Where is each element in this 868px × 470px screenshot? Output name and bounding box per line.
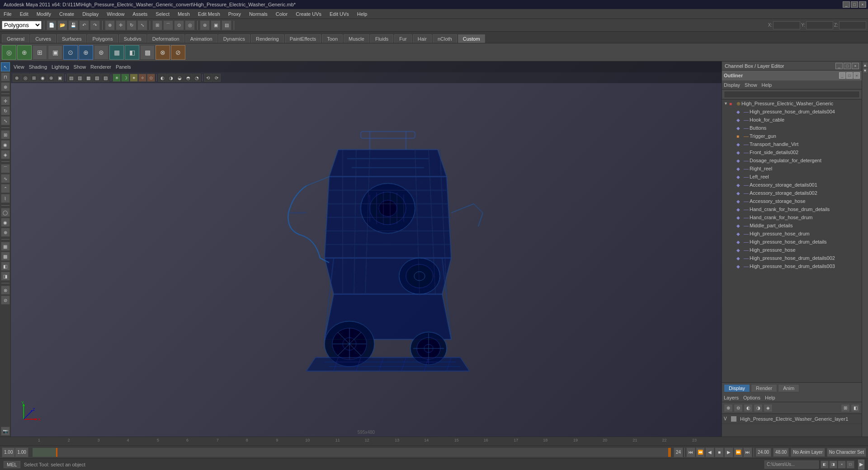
shelf-icon-2[interactable]: ⊕ [17, 45, 32, 60]
tree-item-5[interactable]: ◆ — Front_side_details002 [722, 148, 862, 156]
shelf-tab-surfaces[interactable]: Surfaces [57, 34, 86, 43]
tree-item-0[interactable]: ◆ — High_pressure_hose_drum_details004 [722, 108, 862, 116]
layer-tab-anim[interactable]: Anim [778, 384, 799, 392]
layer-tab-display[interactable]: Display [724, 384, 750, 392]
layer-tool-5[interactable]: ◈ [764, 404, 773, 412]
play-fwd-btn[interactable]: ▶ [724, 447, 733, 457]
shelf-tab-fur[interactable]: Fur [394, 34, 412, 43]
snap-view-btn[interactable]: ◎ [185, 20, 195, 30]
menu-create[interactable]: Create [57, 10, 76, 18]
move-tool[interactable]: ✛ [1, 96, 10, 105]
shelf-icon-10[interactable]: ▩ [140, 45, 155, 60]
vp-tb-5[interactable]: ⊛ [47, 74, 55, 82]
menu-window[interactable]: Window [105, 10, 126, 18]
menu-select[interactable]: Select [154, 10, 171, 18]
layer-menu-help[interactable]: Help [765, 395, 775, 400]
vp-tb-1[interactable]: ⊕ [13, 74, 21, 82]
end-time-box[interactable]: 48.00 [773, 448, 789, 457]
render-btn[interactable]: ▣ [211, 20, 221, 30]
skip-to-end-btn[interactable]: ⏭ [743, 447, 752, 457]
tree-item-19[interactable]: ◆ — High_pressure_hose_drum_details003 [722, 262, 862, 270]
shelf-tab-dynamics[interactable]: Dynamics [218, 34, 250, 43]
shelf-icon-11[interactable]: ⊗ [156, 45, 170, 60]
status-btn-2[interactable]: ◨ [829, 461, 837, 469]
vp-tb-16[interactable]: ◔ [193, 74, 201, 82]
anim-layer-box[interactable]: No Anim Layer [791, 448, 825, 457]
shelf-icon-5[interactable]: ⊙ [63, 45, 78, 60]
total-frames-box[interactable]: 24.00 [755, 448, 771, 457]
edge-btn-1[interactable]: ▲ [863, 62, 868, 68]
curve-tool-2[interactable]: ∿ [1, 174, 10, 183]
menu-create-uvs[interactable]: Create UVs [294, 10, 323, 18]
sculpt-tool-3[interactable]: ⊕ [1, 228, 10, 237]
layer-row-0[interactable]: V High_Pressure_Electric_Washer_Generic_… [722, 414, 862, 424]
redo-btn[interactable]: ↷ [90, 20, 100, 30]
lasso-tool[interactable]: ⊓ [1, 72, 10, 81]
status-btn-4[interactable]: □ [846, 461, 854, 469]
layer-menu-layers[interactable]: Layers [724, 395, 739, 400]
layer-menu-options[interactable]: Options [743, 395, 760, 400]
channel-box-minimize[interactable]: _ [835, 63, 843, 69]
menu-color[interactable]: Color [274, 10, 289, 18]
viewport-menu-shading[interactable]: Shading [29, 64, 47, 70]
scale-tool[interactable]: ⤡ [1, 116, 10, 125]
shelf-icon-7[interactable]: ⊛ [94, 45, 108, 60]
menu-normals[interactable]: Normals [247, 10, 269, 18]
outliner-minimize[interactable]: _ [839, 72, 845, 79]
curve-tool-3[interactable]: ⌃ [1, 184, 10, 193]
vp-tb-13[interactable]: ◑ [167, 74, 175, 82]
rotate-tool[interactable]: ↻ [1, 106, 10, 115]
vp-tb-2[interactable]: ◎ [21, 74, 29, 82]
select-tool-btn[interactable]: ⊕ [105, 20, 115, 30]
tree-item-3[interactable]: ■ — Trigger_gun [722, 132, 862, 140]
new-scene-btn[interactable]: 📄 [47, 20, 57, 30]
vp-tb-18[interactable]: ⟳ [212, 74, 221, 82]
channel-box-maximize[interactable]: □ [844, 63, 851, 69]
tree-item-11[interactable]: ◆ — Accessory_storage_hose [722, 197, 862, 205]
timeline-scrubber[interactable] [32, 447, 670, 457]
tree-item-6[interactable]: ◆ — Dosage_regulator_for_detergent [722, 156, 862, 164]
vp-tb-8[interactable]: ▥ [75, 74, 84, 82]
vp-tb-10[interactable]: ▧ [93, 74, 101, 82]
layer-list[interactable]: V High_Pressure_Electric_Washer_Generic_… [722, 414, 862, 437]
start-frame-box[interactable]: 1.00 [2, 447, 15, 457]
layer-tool-1[interactable]: ⊕ [724, 404, 733, 412]
menu-mesh[interactable]: Mesh [176, 10, 192, 18]
tree-item-10[interactable]: ◆ — Accessory_storage_details002 [722, 189, 862, 197]
tree-item-9[interactable]: ◆ — Accessory_storage_details001 [722, 181, 862, 189]
paint-select-tool[interactable]: ⊕ [1, 82, 10, 91]
vp-tb-7[interactable]: ▤ [67, 74, 75, 82]
menu-proxy[interactable]: Proxy [226, 10, 243, 18]
tree-item-13[interactable]: ◆ — Hand_crank_for_hose_drum [722, 213, 862, 221]
shelf-icon-3[interactable]: ⊞ [33, 45, 47, 60]
shelf-icon-9[interactable]: ◧ [125, 45, 139, 60]
select-tool[interactable]: ↖ [1, 62, 10, 71]
shelf-tab-subdivs[interactable]: Subdivs [119, 34, 146, 43]
menu-edit-mesh[interactable]: Edit Mesh [196, 10, 222, 18]
layer-tool-3[interactable]: ◐ [744, 404, 753, 412]
channel-box-close[interactable]: × [852, 63, 859, 69]
snap-grid-btn[interactable]: ⊞ [152, 20, 162, 30]
layer-tool-2[interactable]: ⊖ [734, 404, 743, 412]
outliner-menu-help[interactable]: Help [762, 82, 772, 88]
layer-tab-render[interactable]: Render [751, 384, 777, 392]
rotate-tool-btn[interactable]: ↻ [127, 20, 137, 30]
soft-mod-tool[interactable]: ◉ [1, 140, 10, 149]
layer-color-btn[interactable]: ◧ [851, 404, 860, 412]
menu-help[interactable]: Help [355, 10, 369, 18]
shelf-icon-1[interactable]: ◎ [2, 45, 16, 60]
layer-tool-4[interactable]: ◑ [754, 404, 763, 412]
tree-item-8[interactable]: ◆ — Left_reel [722, 173, 862, 181]
tree-item-root[interactable]: ▼ ■ ⊕ High_Pressure_Electric_Washer_Gene… [722, 99, 862, 108]
outliner-menu-display[interactable]: Display [724, 82, 740, 88]
outliner-menu-show[interactable]: Show [745, 82, 757, 88]
menu-assets[interactable]: Assets [131, 10, 149, 18]
menu-file[interactable]: File [2, 10, 14, 18]
tree-item-4[interactable]: ◆ — Transport_handle_Virt [722, 140, 862, 148]
shelf-tab-custom[interactable]: Custom [458, 34, 485, 43]
vp-tb-4[interactable]: ◉ [38, 74, 47, 82]
vp-tb-6[interactable]: ▣ [56, 74, 64, 82]
tree-item-15[interactable]: ◆ — High_pressure_hose_drum [722, 230, 862, 238]
move-tool-btn[interactable]: ✛ [116, 20, 126, 30]
status-btn-1[interactable]: ◧ [821, 461, 829, 469]
